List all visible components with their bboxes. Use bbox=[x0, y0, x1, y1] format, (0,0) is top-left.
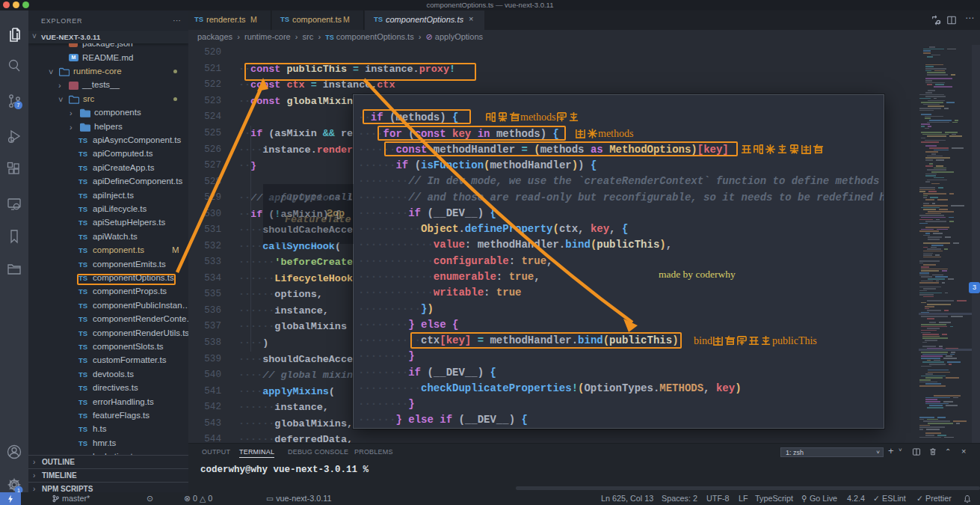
svg-text:7: 7 bbox=[17, 102, 20, 108]
